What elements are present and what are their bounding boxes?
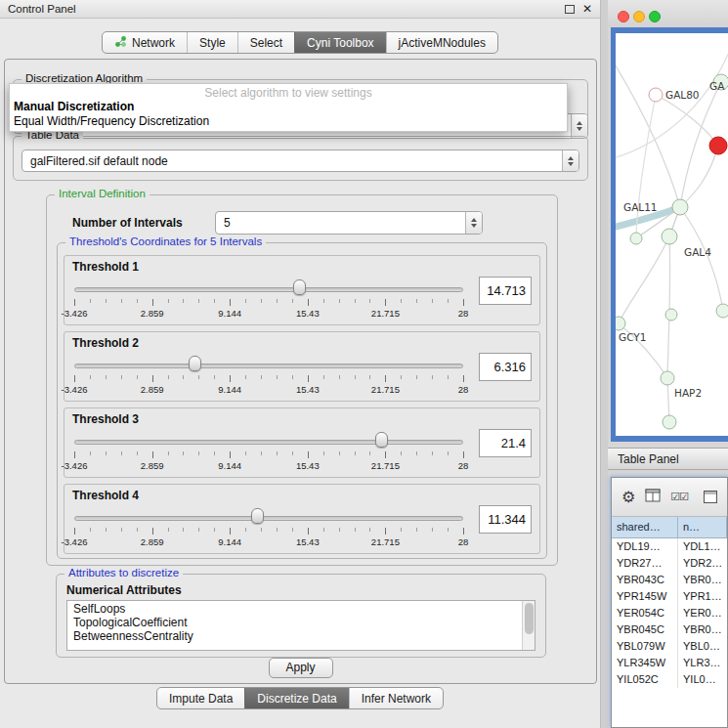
table-cell[interactable]: YBL079W — [612, 638, 678, 655]
algorithm-option-manual[interactable]: Manual Discretization — [10, 100, 567, 114]
table-cell[interactable]: YBL0… — [678, 638, 727, 655]
table-cell[interactable]: YBR0… — [678, 572, 727, 588]
table-cell[interactable]: YDL19… — [612, 538, 678, 555]
minimize-traffic-light-icon[interactable] — [633, 11, 645, 22]
table-cell[interactable]: YPR145W — [612, 588, 678, 605]
network-node[interactable] — [709, 137, 727, 154]
table-cell[interactable]: YDR27… — [612, 555, 678, 572]
tick-label: 21.715 — [371, 384, 400, 395]
slider-track[interactable] — [74, 364, 463, 368]
tab-network[interactable]: Network — [103, 32, 187, 53]
network-edge[interactable] — [619, 236, 669, 323]
network-edge[interactable] — [667, 236, 670, 378]
table-row[interactable]: YBL079WYBL0… — [612, 638, 727, 655]
table-panel-title: Table Panel — [618, 452, 679, 466]
slider-track[interactable] — [74, 287, 463, 292]
network-edge[interactable] — [680, 207, 723, 311]
slider-thumb[interactable] — [375, 432, 388, 448]
table-cell[interactable]: YBR043C — [612, 572, 678, 588]
tab-jactivemnodules[interactable]: jActiveMNodules — [386, 32, 497, 53]
threshold-4-value-field[interactable]: 11.344 — [479, 505, 532, 534]
table-options-icon[interactable] — [704, 491, 717, 503]
close-traffic-light-icon[interactable] — [618, 11, 629, 22]
table-cell[interactable]: YLR345W — [612, 655, 678, 671]
slider-thumb[interactable] — [189, 356, 201, 371]
close-icon[interactable]: ✕ — [582, 4, 592, 14]
threshold-2-slider[interactable]: -3.4262.8599.14415.4321.71528 — [74, 354, 463, 399]
table-row[interactable]: YDL19…YDL1… — [612, 538, 727, 555]
table-cell[interactable]: YBR045C — [612, 621, 678, 638]
table-data-combobox[interactable]: galFiltered.sif default node — [21, 150, 579, 172]
table-row[interactable]: YLR345WYLR3… — [612, 655, 727, 671]
table-cell[interactable]: YBR0… — [678, 621, 727, 638]
slider-track[interactable] — [74, 440, 463, 445]
number-of-intervals-combobox[interactable]: 5 — [215, 211, 483, 235]
table-cell[interactable]: YPR1… — [678, 588, 727, 605]
tab-discretize-data[interactable]: Discretize Data — [244, 688, 348, 708]
network-node[interactable] — [630, 233, 642, 244]
table-row[interactable]: YIL052CYIL0… — [612, 671, 727, 688]
slider-thumb[interactable] — [293, 279, 306, 295]
numerical-attributes-list[interactable]: SelfLoopsTopologicalCoefficientBetweenne… — [66, 600, 535, 651]
float-window-icon[interactable] — [565, 5, 575, 14]
zoom-traffic-light-icon[interactable] — [649, 11, 661, 22]
column-selector-icon[interactable] — [645, 489, 661, 506]
table-row[interactable]: YER054CYER0… — [612, 605, 727, 621]
list-item[interactable]: BetweennessCentrality — [67, 628, 535, 642]
threshold-3-slider[interactable]: -3.4262.8599.14415.4321.71528 — [74, 430, 463, 475]
threshold-1-slider[interactable]: -3.4262.8599.14415.4321.71528 — [74, 278, 463, 322]
tick-label: 21.715 — [371, 460, 400, 471]
table-cell[interactable]: YIL0… — [678, 671, 727, 688]
settings-gear-icon[interactable]: ⚙ — [621, 490, 635, 505]
network-node[interactable] — [662, 229, 677, 244]
network-node[interactable] — [716, 304, 728, 318]
tab-style[interactable]: Style — [187, 32, 237, 53]
table-cell[interactable]: YER054C — [612, 605, 678, 621]
network-node[interactable] — [649, 88, 663, 102]
table-cell[interactable]: YLR3… — [678, 655, 727, 671]
slider-track[interactable] — [74, 516, 463, 521]
network-node[interactable] — [661, 371, 674, 385]
column-header-name[interactable]: n… — [678, 517, 727, 537]
algorithm-option-equal-width[interactable]: Equal Width/Frequency Discretization — [10, 114, 567, 129]
network-node[interactable] — [672, 199, 688, 215]
network-canvas[interactable]: GAL80GAGAL11GAL4GCY1HAP2 — [616, 33, 728, 436]
table-cell[interactable]: YIL052C — [612, 671, 678, 688]
node-table-rows: YDL19…YDL1…YDR27…YDR2…YBR043CYBR0…YPR145… — [612, 538, 727, 727]
table-row[interactable]: YPR145WYPR1… — [612, 588, 727, 605]
tab-select[interactable]: Select — [237, 32, 294, 53]
column-header-shared-name[interactable]: shared… — [612, 517, 678, 537]
network-node[interactable] — [665, 309, 677, 321]
threshold-4-slider[interactable]: -3.4262.8599.14415.4321.71528 — [74, 506, 463, 551]
tick-label: -3.426 — [62, 536, 88, 547]
threshold-1-value-field[interactable]: 14.713 — [479, 277, 532, 305]
table-row[interactable]: YBR043CYBR0… — [612, 572, 727, 588]
list-item[interactable]: SelfLoops — [67, 601, 535, 615]
table-row[interactable]: YBR045CYBR0… — [612, 621, 727, 638]
table-row[interactable]: YDR27…YDR2… — [612, 555, 727, 572]
network-node[interactable] — [663, 415, 676, 429]
scrollbar-thumb[interactable] — [525, 603, 534, 634]
list-scrollbar[interactable] — [522, 601, 535, 650]
table-cell[interactable]: YDL1… — [678, 538, 727, 555]
apply-button[interactable]: Apply — [269, 658, 333, 678]
table-cell[interactable]: YDR2… — [678, 555, 727, 572]
select-all-checkboxes-icon[interactable]: ☑☑ — [670, 491, 688, 503]
threshold-3-value-field[interactable]: 21.4 — [479, 429, 532, 457]
tab-cyni-toolbox[interactable]: Cyni Toolbox — [294, 32, 385, 53]
tick-label: 2.859 — [141, 460, 164, 471]
threshold-2-value-field[interactable]: 6.316 — [479, 353, 532, 381]
network-node[interactable] — [616, 317, 625, 330]
network-edge[interactable] — [656, 95, 718, 146]
stepper-icon[interactable] — [571, 114, 587, 138]
tab-impute-data[interactable]: Impute Data — [157, 688, 244, 708]
slider-ticks — [74, 528, 463, 535]
tab-infer-network[interactable]: Infer Network — [349, 688, 443, 708]
stepper-icon[interactable] — [562, 150, 578, 171]
stepper-icon[interactable] — [465, 212, 482, 234]
slider-scale: -3.4262.8599.14415.4321.71528 — [74, 308, 463, 320]
network-edge[interactable] — [616, 58, 680, 207]
slider-thumb[interactable] — [251, 508, 264, 524]
list-item[interactable]: TopologicalCoefficient — [67, 615, 535, 628]
table-cell[interactable]: YER0… — [678, 605, 727, 621]
